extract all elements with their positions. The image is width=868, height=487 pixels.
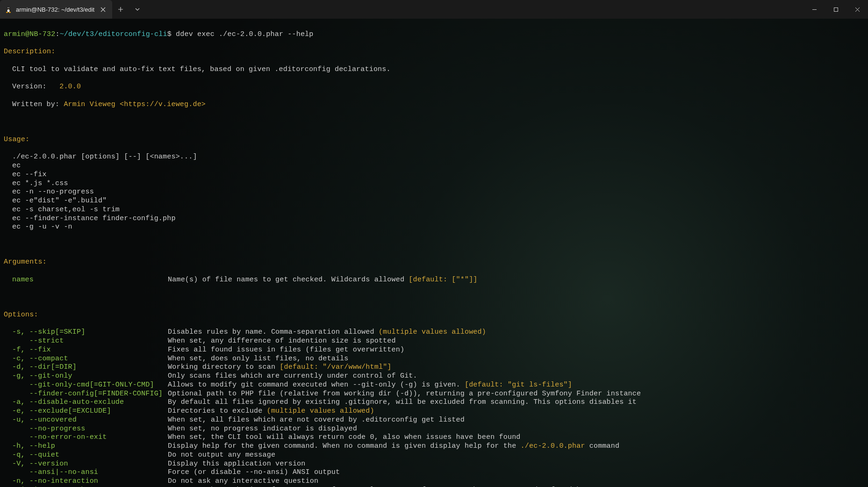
- option-flag: -n, --no-interaction: [4, 477, 168, 486]
- option-row: --strictWhen set, any difference of inde…: [4, 337, 864, 346]
- svg-point-8: [9, 12, 11, 13]
- svg-point-6: [9, 7, 9, 8]
- minimize-button[interactable]: [803, 0, 825, 19]
- close-window-button[interactable]: [846, 0, 868, 19]
- tab-dropdown-button[interactable]: [129, 0, 146, 19]
- option-flag: -V, --version: [4, 460, 168, 469]
- option-flag: --no-error-on-exit: [4, 433, 168, 442]
- option-row: -g, --git-onlyOnly scans files which are…: [4, 372, 864, 381]
- tux-icon: [5, 6, 12, 13]
- option-desc: Do not output any message: [168, 451, 275, 460]
- author-line: Written by: Armin Vieweg <https://v.iewe…: [4, 100, 864, 109]
- usage-line: ec --fix: [4, 171, 864, 179]
- window-controls: [803, 0, 868, 19]
- maximize-button[interactable]: [825, 0, 846, 19]
- terminal-tab[interactable]: armin@NB-732: ~/dev/t3/edit: [0, 0, 112, 19]
- version-line: Version: 2.0.0: [4, 83, 864, 92]
- description-header: Description:: [4, 48, 864, 57]
- usage-line: ec: [4, 162, 864, 171]
- option-row: --no-progressWhen set, no progress indic…: [4, 425, 864, 434]
- prompt-path: ~/dev/t3/editorconfig-cli: [60, 30, 167, 38]
- option-desc: When set, any difference of indention si…: [168, 337, 396, 346]
- option-flag: -e, --exclude[=EXCLUDE]: [4, 407, 168, 416]
- option-row: -s, --skip[=SKIP]Disables rules by name.…: [4, 328, 864, 337]
- option-desc: When set, the CLI tool will always retur…: [168, 433, 521, 442]
- option-row: --finder-config[=FINDER-CONFIG]Optional …: [4, 390, 864, 399]
- option-desc: Directories to exclude (multiple values …: [168, 407, 374, 416]
- prompt-line: armin@NB-732:~/dev/t3/editorconfig-cli$ …: [4, 30, 864, 39]
- option-row: -n, --no-interactionDo not ask any inter…: [4, 477, 864, 486]
- option-desc: By default all files ignored by existing…: [168, 398, 637, 407]
- option-desc: Disables rules by name. Comma-separation…: [168, 328, 486, 337]
- window-title-bar: armin@NB-732: ~/dev/t3/edit: [0, 0, 868, 19]
- options-header: Options:: [4, 311, 864, 320]
- option-desc: Optional path to PHP file (relative from…: [168, 390, 641, 399]
- option-flag: --ansi|--no-ansi: [4, 468, 168, 477]
- terminal-output[interactable]: armin@NB-732:~/dev/t3/editorconfig-cli$ …: [0, 19, 868, 487]
- tab-close-button[interactable]: [98, 5, 108, 14]
- option-flag: --finder-config[=FINDER-CONFIG]: [4, 390, 168, 399]
- option-desc: When set, no progress indicator is displ…: [168, 425, 357, 434]
- prompt-userhost: armin@NB-732: [4, 30, 55, 38]
- option-row: --git-only-cmd[=GIT-ONLY-CMD]Allows to m…: [4, 381, 864, 390]
- option-row: -c, --compactWhen set, does only list fi…: [4, 355, 864, 364]
- usage-line: ec -g -u -v -n: [4, 223, 864, 232]
- option-desc: Only scans files which are currently und…: [168, 372, 417, 381]
- option-row: -u, --uncoveredWhen set, all files which…: [4, 416, 864, 425]
- description-line: CLI tool to validate and auto-fix text f…: [4, 65, 864, 74]
- usage-header: Usage:: [4, 136, 864, 144]
- option-flag: -f, --fix: [4, 346, 168, 355]
- options-block: -s, --skip[=SKIP]Disables rules by name.…: [4, 328, 864, 487]
- option-flag: -a, --disable-auto-exclude: [4, 398, 168, 407]
- option-flag: -g, --git-only: [4, 372, 168, 381]
- svg-point-5: [8, 7, 8, 8]
- arguments-header: Arguments:: [4, 258, 864, 267]
- usage-line: ec *.js *.css: [4, 179, 864, 188]
- option-desc: Do not ask any interactive question: [168, 477, 318, 486]
- option-flag: -c, --compact: [4, 355, 168, 364]
- option-row: -q, --quietDo not output any message: [4, 451, 864, 460]
- option-row: --no-error-on-exitWhen set, the CLI tool…: [4, 433, 864, 442]
- option-flag: -q, --quiet: [4, 451, 168, 460]
- option-desc: Allows to modify git command executed wh…: [168, 381, 572, 390]
- option-flag: --no-progress: [4, 425, 168, 434]
- usage-line: ec --finder-instance finder-config.php: [4, 215, 864, 223]
- new-tab-button[interactable]: [112, 0, 129, 19]
- svg-point-7: [6, 12, 8, 13]
- option-row: -d, --dir[=DIR]Working directory to scan…: [4, 363, 864, 372]
- argument-row: namesName(s) of file names to get checke…: [4, 276, 864, 285]
- option-desc: Working directory to scan [default: "/va…: [168, 363, 392, 372]
- option-row: -e, --exclude[=EXCLUDE]Directories to ex…: [4, 407, 864, 416]
- option-row: -a, --disable-auto-excludeBy default all…: [4, 398, 864, 407]
- prompt-command: ddev exec ./ec-2.0.0.phar --help: [176, 30, 313, 38]
- option-desc: When set, all files which are not covere…: [168, 416, 465, 425]
- usage-block: ./ec-2.0.0.phar [options] [--] [<names>.…: [4, 153, 864, 232]
- option-flag: --strict: [4, 337, 168, 346]
- option-flag: --git-only-cmd[=GIT-ONLY-CMD]: [4, 381, 168, 390]
- option-flag: -u, --uncovered: [4, 416, 168, 425]
- option-flag: -d, --dir[=DIR]: [4, 363, 168, 372]
- svg-rect-9: [834, 7, 838, 11]
- tab-title: armin@NB-732: ~/dev/t3/edit: [16, 6, 94, 13]
- option-desc: Fixes all found issues in files (files g…: [168, 346, 404, 355]
- option-row: -f, --fixFixes all found issues in files…: [4, 346, 864, 355]
- svg-point-2: [7, 9, 10, 12]
- usage-line: ec -n --no-progress: [4, 188, 864, 197]
- option-row: --ansi|--no-ansiForce (or disable --no-a…: [4, 468, 864, 477]
- option-flag: -s, --skip[=SKIP]: [4, 328, 168, 337]
- usage-line: ec -e"dist" -e".build": [4, 197, 864, 206]
- tab-strip: armin@NB-732: ~/dev/t3/edit: [0, 0, 146, 19]
- option-desc: Display this application version: [168, 460, 305, 469]
- option-desc: When set, does only list files, no detai…: [168, 355, 348, 364]
- option-desc: Display help for the given command. When…: [168, 442, 619, 451]
- option-row: -V, --versionDisplay this application ve…: [4, 460, 864, 469]
- usage-line: ec -s charset,eol -s trim: [4, 206, 864, 215]
- option-desc: Force (or disable --no-ansi) ANSI output: [168, 468, 340, 477]
- usage-line: ./ec-2.0.0.phar [options] [--] [<names>.…: [4, 153, 864, 162]
- option-flag: -h, --help: [4, 442, 168, 451]
- option-row: -h, --helpDisplay help for the given com…: [4, 442, 864, 451]
